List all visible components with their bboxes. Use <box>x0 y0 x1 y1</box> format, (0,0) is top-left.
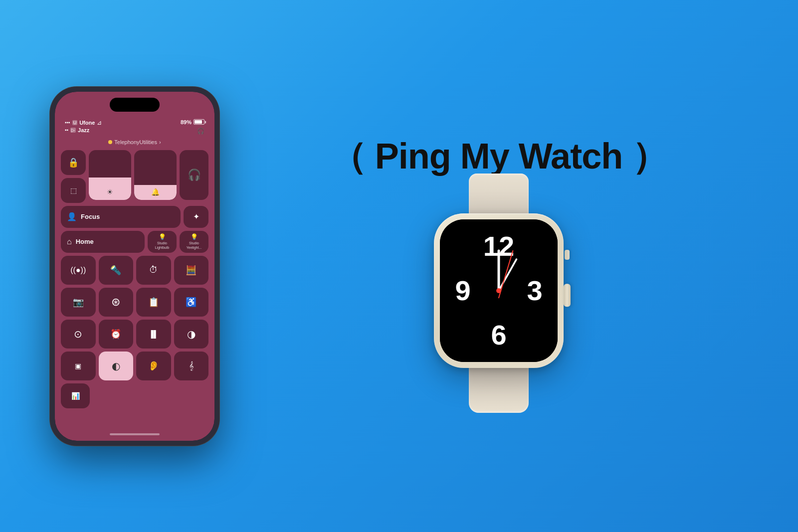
home-btn[interactable]: ⌂ Home <box>61 231 145 253</box>
remote-btn[interactable]: ▐▌ <box>136 320 171 349</box>
battery-fill <box>195 120 202 124</box>
battery-row: 89% <box>181 119 204 125</box>
svg-line-1 <box>499 259 516 291</box>
focus-label: Focus <box>81 213 100 220</box>
svg-point-3 <box>496 288 501 293</box>
airpods-icon: 🎧 <box>188 169 201 181</box>
watch-screen: 12 9 3 6 <box>440 219 558 362</box>
watch-side-btn <box>565 250 570 260</box>
mirror-btn[interactable]: ⬚ <box>61 178 86 203</box>
brightness-slider[interactable]: ☀ <box>89 150 131 200</box>
cc-row-3: ⌂ Home 💡 StudioLightbulb 💡 StudioYeeligh… <box>61 231 208 253</box>
watch-face-icon: ◑ <box>187 328 196 340</box>
signature-icon: 📊 <box>71 392 80 400</box>
carrier2-label: Jazz <box>78 127 89 133</box>
airpods-btn[interactable]: 🎧 <box>180 150 208 200</box>
headphone-row: 🎧 <box>197 126 204 135</box>
studio-yeelight-btn[interactable]: 💡 StudioYeelight... <box>180 231 208 253</box>
home-label: Home <box>76 238 94 245</box>
focus-btn[interactable]: 👤 Focus <box>61 206 181 228</box>
camera-btn[interactable]: 📷 <box>61 288 96 317</box>
iphone-mockup: ▪▪▪ U Ufone ⊿ ▪▪ ▷ Jazz 89% <box>50 87 219 446</box>
apple-watch: 12 9 3 6 <box>409 186 589 395</box>
focus-icon: 👤 <box>67 212 77 221</box>
timer-icon: ⏱ <box>149 265 158 275</box>
brightness-btn[interactable]: ✦ <box>184 206 208 228</box>
battery-icon <box>194 119 204 125</box>
headphone-icon: 🎧 <box>197 128 204 135</box>
home-icon: ⌂ <box>67 237 72 246</box>
calculator-icon: 🧮 <box>186 265 197 276</box>
dark-mode-btn[interactable]: ◐ <box>99 352 134 380</box>
breadcrumb-label: TelephonyUtilities <box>114 139 157 145</box>
status-right: 89% 🎧 <box>181 119 204 135</box>
cc-grid-row4: ((●)) 🔦 ⏱ 🧮 <box>61 256 208 285</box>
screen-record-icon: ⊙ <box>74 328 82 340</box>
home-indicator <box>55 428 214 441</box>
watch-body: 12 9 3 6 <box>434 213 564 368</box>
shazam-btn[interactable]: ⊛ <box>99 288 134 317</box>
home-bar <box>110 433 160 435</box>
main-scene: ▪▪▪ U Ufone ⊿ ▪▪ ▷ Jazz 89% <box>50 87 748 446</box>
rotation-lock-icon: 🔒 <box>68 157 79 168</box>
iphone-screen: ▪▪▪ U Ufone ⊿ ▪▪ ▷ Jazz 89% <box>55 92 214 441</box>
status-left: ▪▪▪ U Ufone ⊿ ▪▪ ▷ Jazz <box>65 119 102 133</box>
right-panel: （ Ping My Watch ） 12 <box>249 137 748 395</box>
studio-lightbulb-btn[interactable]: 💡 StudioLightbulb <box>148 231 177 253</box>
carrier1-label: Ufone <box>79 120 95 126</box>
volume-icon: 🔔 <box>151 188 160 196</box>
brightness-icon: ☀ <box>107 188 113 196</box>
volume-slider[interactable]: 🔔 <box>134 150 177 200</box>
timer-btn[interactable]: ⏱ <box>136 256 171 285</box>
alarm-icon: ⏰ <box>110 329 121 340</box>
hearing-btn[interactable]: 👂 <box>136 352 171 380</box>
watch-crown <box>564 284 571 307</box>
calculator-btn[interactable]: 🧮 <box>174 256 209 285</box>
alarm-btn[interactable]: ⏰ <box>99 320 134 349</box>
lightbulb2-icon: 💡 <box>191 233 198 240</box>
notes-btn[interactable]: 📋 <box>136 288 171 317</box>
low-power-btn[interactable]: ▣ <box>61 352 96 380</box>
lightbulb2-label: StudioYeelight... <box>187 241 202 250</box>
cc-grid-row5: 📷 ⊛ 📋 ♿ <box>61 288 208 317</box>
camera-icon: 📷 <box>73 297 84 308</box>
carrier1-row: ▪▪▪ U Ufone ⊿ <box>65 119 102 126</box>
flashlight-icon: 🔦 <box>110 265 121 276</box>
remote-icon: ▐▌ <box>149 330 159 338</box>
clock-hands-svg <box>440 219 558 362</box>
flashlight-btn[interactable]: 🔦 <box>99 256 134 285</box>
sound-recognition-btn[interactable]: 𝄞 <box>174 352 209 380</box>
slider-group: ☀ 🔔 <box>89 150 177 203</box>
control-center-content: 🔒 ⬚ ☀ <box>55 148 214 428</box>
cc-grid-row6: ⊙ ⏰ ▐▌ ◑ <box>61 320 208 349</box>
app-title: （ Ping My Watch ） <box>330 137 667 176</box>
cc-row-1: 🔒 ⬚ ☀ <box>61 150 208 203</box>
sound-icon: 𝄞 <box>189 361 194 370</box>
ping-watch-btn[interactable]: ((●)) <box>61 256 96 285</box>
breadcrumb-dot <box>108 140 112 144</box>
carrier2-row: ▪▪ ▷ Jazz <box>65 127 102 133</box>
rotation-lock-btn[interactable]: 🔒 <box>61 150 86 175</box>
signature-btn[interactable]: 📊 <box>61 383 90 408</box>
clock-face: 12 9 3 6 <box>440 219 558 362</box>
notes-icon: 📋 <box>148 297 159 308</box>
accessibility-btn[interactable]: ♿ <box>174 288 209 317</box>
accessibility-icon: ♿ <box>186 297 197 308</box>
cc-row-8: 📊 <box>61 383 208 408</box>
dark-mode-icon: ◐ <box>112 360 120 372</box>
mirror-icon: ⬚ <box>70 186 77 194</box>
breadcrumb: TelephonyUtilities › <box>55 138 214 148</box>
ping-icon: ((●)) <box>70 266 86 275</box>
iphone-body: ▪▪▪ U Ufone ⊿ ▪▪ ▷ Jazz 89% <box>50 87 219 446</box>
low-power-icon: ▣ <box>75 362 81 370</box>
battery-text: 89% <box>181 119 192 125</box>
cc-grid-row7: ▣ ◐ 👂 𝄞 <box>61 352 208 380</box>
brightness-dot-icon: ✦ <box>193 212 200 221</box>
watch-case: 12 9 3 6 <box>434 213 564 368</box>
hearing-icon: 👂 <box>148 360 159 371</box>
lightbulb1-label: StudioLightbulb <box>155 241 169 250</box>
watch-face-btn[interactable]: ◑ <box>174 320 209 349</box>
lightbulb1-icon: 💡 <box>159 233 166 240</box>
screen-record-btn[interactable]: ⊙ <box>61 320 96 349</box>
shazam-icon: ⊛ <box>111 296 120 309</box>
